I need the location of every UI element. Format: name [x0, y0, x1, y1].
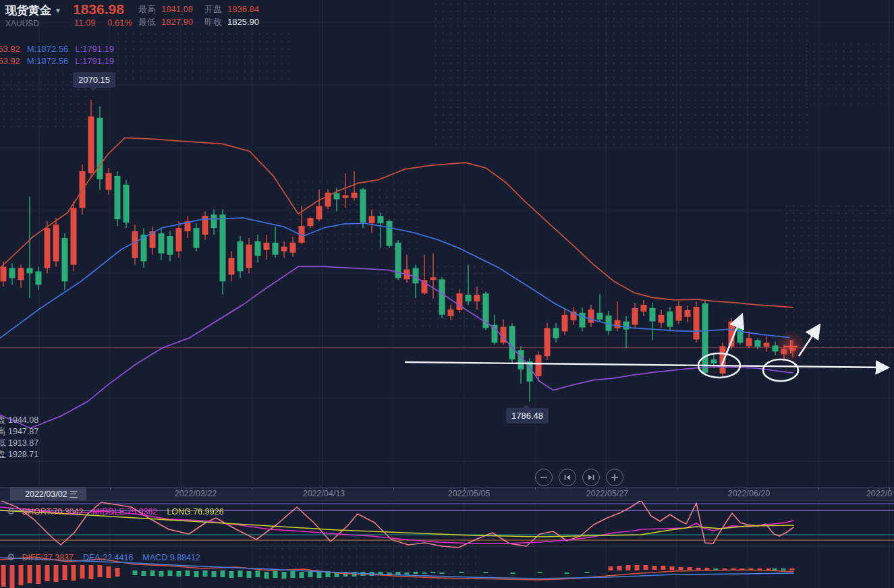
- candle-body: [281, 247, 287, 252]
- macd-histogram-bar: [54, 565, 59, 582]
- axis-tick: [818, 488, 819, 490]
- macd-histogram-bar: [212, 571, 217, 577]
- macd-histogram-bar: [431, 572, 436, 573]
- candle-body: [615, 320, 621, 328]
- candle-body: [474, 295, 480, 301]
- candle-body: [509, 326, 515, 360]
- macd-histogram-bar: [361, 572, 366, 576]
- macd-histogram-bar: [326, 571, 331, 577]
- macd-histogram-bar: [317, 572, 322, 578]
- axis-tick: [110, 488, 111, 490]
- candle-body: [360, 189, 366, 223]
- date-axis[interactable]: 2022/03/222022/04/132022/05/052022/05/27…: [0, 487, 894, 501]
- candle-body: [97, 118, 103, 179]
- candle-body: [711, 359, 717, 363]
- candle-body: [387, 221, 393, 246]
- macd-histogram-bar: [36, 565, 41, 584]
- macd-histogram-bar: [379, 572, 383, 575]
- candle-body: [1, 267, 7, 282]
- macd-histogram-bar: [731, 568, 736, 570]
- candle-body: [781, 349, 787, 354]
- boll-values-row1: 953.92M:1872.56L:1791.19: [0, 44, 114, 54]
- stat-prev-close: 昨收1825.90: [204, 16, 259, 28]
- readout-close: 盘 1928.71: [0, 449, 38, 461]
- macd-histogram-bar: [617, 566, 622, 570]
- date-tick-label: 2022/05/05: [448, 489, 491, 498]
- candle-body: [457, 293, 463, 310]
- macd-histogram-bar: [405, 572, 410, 575]
- macd-histogram-bar: [609, 566, 613, 570]
- candle-body: [132, 231, 138, 258]
- symbol-name[interactable]: 现货黄金▼: [5, 3, 61, 18]
- macd-histogram-bar: [688, 567, 692, 570]
- macd-legend: ⚙DIFF:27.3837DEA:22.4416MACD:9.88412: [7, 552, 200, 562]
- change-percent: 0.61%: [107, 18, 132, 28]
- candle-body: [702, 303, 708, 373]
- macd-histogram-bar: [80, 565, 85, 579]
- candle-body: [115, 176, 121, 219]
- macd-histogram-bar: [168, 570, 173, 576]
- candle-body: [255, 241, 261, 256]
- candle-body: [45, 228, 51, 268]
- candle-body: [553, 328, 559, 339]
- candle-body: [448, 310, 454, 316]
- candle-body: [430, 277, 437, 280]
- macd-histogram-bar: [343, 572, 348, 577]
- macd-histogram-bar: [396, 572, 401, 575]
- macd-histogram-bar: [1, 565, 6, 587]
- axis-tick: [252, 488, 252, 490]
- macd-histogram-bar: [484, 572, 488, 573]
- horizontal-trendline[interactable]: [405, 362, 885, 368]
- candle-body: [773, 345, 779, 351]
- drawn-annotations[interactable]: [405, 318, 885, 381]
- candle-body: [667, 312, 673, 327]
- candle-body: [369, 216, 375, 223]
- macd-histogram-bar: [370, 572, 374, 576]
- candle-body: [316, 206, 323, 219]
- date-tick-label: 2022/04/13: [303, 489, 345, 498]
- skip-to-end-button[interactable]: [582, 469, 600, 486]
- macd-histogram-bar: [203, 570, 208, 577]
- macd-histogram-bar: [63, 565, 67, 580]
- candle-body: [597, 313, 603, 320]
- symbol-name-label: 现货黄金: [5, 4, 51, 17]
- macd-histogram-bar: [291, 571, 296, 578]
- macd-histogram-bar: [511, 572, 515, 574]
- macd-histogram-bar: [626, 565, 631, 570]
- macd-histogram-bar: [45, 565, 50, 581]
- candle-body: [71, 208, 77, 264]
- macd-histogram-bar: [723, 568, 727, 570]
- main-price-chart[interactable]: [0, 0, 894, 487]
- candle-body: [159, 233, 165, 254]
- macd-histogram-bar: [661, 566, 666, 570]
- settings-gear-icon[interactable]: ⚙: [7, 506, 16, 517]
- candle-body: [536, 355, 542, 376]
- zoom-in-button[interactable]: [606, 469, 623, 486]
- axis-tick: [677, 488, 677, 490]
- candle-body: [343, 196, 349, 198]
- macd-histogram-bar: [740, 568, 745, 570]
- macd-histogram-bar: [115, 568, 120, 577]
- macd-histogram-bar: [635, 565, 640, 570]
- macd-histogram-bar: [565, 572, 569, 574]
- macd-histogram-bar: [133, 570, 138, 575]
- zoom-out-button[interactable]: [535, 469, 553, 486]
- macd-histogram-bar: [773, 568, 777, 570]
- macd-histogram-bar: [335, 572, 339, 577]
- macd-histogram-bar: [422, 572, 427, 574]
- macd-histogram-bar: [714, 568, 719, 570]
- macd-histogram-bar: [387, 572, 392, 575]
- stat-high: 最高1841.08: [138, 3, 193, 16]
- candle-body: [194, 228, 200, 248]
- candle-body: [211, 214, 217, 228]
- macd-histogram-bar: [790, 568, 795, 570]
- macd-histogram-bar: [72, 565, 76, 581]
- candle-body: [106, 173, 112, 190]
- skip-to-start-button[interactable]: [559, 469, 576, 486]
- candle-body: [694, 307, 700, 339]
- settings-gear-icon[interactable]: ⚙: [7, 552, 16, 562]
- crosshair-date-badge: 2022/03/02 三: [10, 488, 86, 500]
- candle-body: [220, 214, 226, 281]
- candle-body: [544, 328, 551, 357]
- minus-icon: [540, 473, 548, 481]
